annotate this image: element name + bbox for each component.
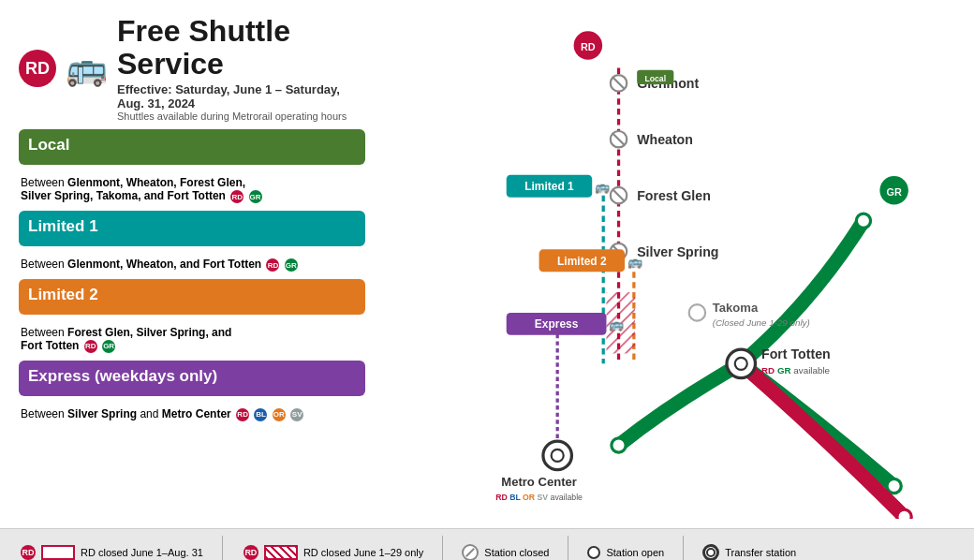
svg-point-8 — [887, 479, 901, 493]
limited1-badge-rd: RD — [266, 258, 279, 272]
svg-text:Express: Express — [535, 317, 579, 331]
legend-label-3: Station closed — [484, 547, 549, 558]
content-area: RD 🚌 Free Shuttle Service Effective: Sat… — [0, 0, 974, 528]
rd-badge: RD — [19, 50, 56, 87]
svg-text:(Closed June 1-29 only): (Closed June 1-29 only) — [713, 317, 810, 328]
service-card-express: Express (weekdays only) — [19, 361, 365, 396]
svg-text:🚌: 🚌 — [627, 254, 643, 270]
svg-point-9 — [612, 438, 626, 452]
main-container: RD 🚌 Free Shuttle Service Effective: Sat… — [0, 0, 974, 560]
legend-label-4: Station open — [606, 547, 664, 558]
svg-point-45 — [552, 449, 564, 462]
svg-point-28 — [689, 304, 705, 320]
service-card-limited2: Limited 2 — [19, 279, 365, 315]
legend-divider-2 — [442, 536, 443, 560]
local-badge-gr: GR — [249, 190, 262, 203]
svg-point-32 — [735, 358, 747, 370]
legend-label-1: RD closed June 1–Aug. 31 — [81, 547, 203, 558]
legend-item-closed-june29: RD RD closed June 1–29 only — [242, 545, 423, 560]
legend-rd-badge-1: RD — [21, 545, 36, 560]
svg-text:Metro Center: Metro Center — [501, 475, 577, 489]
main-title: Free Shuttle Service — [117, 15, 365, 81]
legend-item-station-open: Station open — [587, 546, 664, 559]
svg-text:Fort Totten: Fort Totten — [761, 346, 831, 361]
legend-item-station-closed: Station closed — [462, 544, 549, 560]
svg-text:RD: RD — [581, 41, 596, 52]
legend-box-hatch — [264, 545, 298, 560]
limited2-desc: Between Forest Glen, Silver Spring, andF… — [19, 322, 365, 361]
bus-icon: 🚌 — [66, 49, 108, 88]
express-title: Express (weekdays only) — [28, 367, 356, 386]
service-card-local: Local — [19, 129, 365, 165]
legend-label-2: RD closed June 1–29 only — [303, 547, 423, 558]
legend-item-transfer: Transfer station — [702, 544, 796, 560]
sub-subtitle: Shuttles available during Metrorail oper… — [117, 111, 365, 122]
svg-text:Takoma: Takoma — [713, 301, 759, 315]
svg-text:🚌: 🚌 — [609, 317, 625, 332]
svg-point-10 — [897, 509, 911, 519]
left-panel: RD 🚌 Free Shuttle Service Effective: Sat… — [19, 15, 384, 519]
local-title: Local — [28, 136, 356, 155]
legend-transfer-icon — [702, 544, 719, 560]
limited2-badge-rd: RD — [84, 340, 97, 353]
express-desc: Between Silver Spring and Metro Center R… — [19, 404, 365, 429]
legend-divider-4 — [683, 536, 684, 560]
map-svg: RD GR — [384, 15, 955, 519]
svg-point-5 — [856, 214, 870, 228]
svg-text:Limited 1: Limited 1 — [524, 180, 574, 193]
header: RD 🚌 Free Shuttle Service Effective: Sat… — [19, 15, 365, 122]
legend-rd-badge-2: RD — [244, 545, 258, 560]
express-badge-rd: RD — [236, 408, 249, 421]
legend-station-closed-icon — [462, 544, 479, 560]
limited2-badge-gr: GR — [102, 340, 115, 353]
legend-divider-1 — [222, 536, 223, 560]
svg-text:🚌: 🚌 — [595, 179, 611, 195]
legend-divider-3 — [568, 536, 568, 560]
limited1-desc: Between Glenmont, Wheaton, and Fort Tott… — [19, 254, 365, 279]
local-badge-rd: RD — [230, 190, 244, 203]
svg-text:Limited 2: Limited 2 — [557, 255, 607, 268]
legend-item-closed-aug31: RD RD closed June 1–Aug. 31 — [19, 545, 203, 560]
svg-text:RD
             
            G: RD GR available — [761, 365, 831, 376]
express-badge-or: OR — [273, 408, 286, 421]
svg-text:Forest Glen: Forest Glen — [637, 188, 711, 203]
limited1-title: Limited 1 — [28, 217, 356, 236]
svg-text:Wheaton: Wheaton — [637, 132, 693, 147]
express-badge-bl: BL — [254, 408, 267, 421]
svg-text:GR: GR — [886, 186, 901, 198]
legend-station-open-icon — [587, 546, 600, 559]
right-panel: RD GR — [384, 15, 955, 519]
svg-text:Silver Spring: Silver Spring — [637, 244, 718, 259]
svg-text:Local: Local — [644, 74, 666, 83]
legend-bar: RD RD closed June 1–Aug. 31 RD RD closed… — [0, 528, 974, 560]
subtitle: Effective: Saturday, June 1 – Saturday, … — [117, 82, 365, 111]
local-desc: Between Glenmont, Wheaton, Forest Glen,S… — [19, 172, 365, 211]
legend-box-solid — [41, 545, 75, 560]
svg-text:RD 
          BL 
          OR: RD BL OR SV available — [495, 493, 583, 502]
legend-label-5: Transfer station — [725, 547, 796, 558]
service-card-limited1: Limited 1 — [19, 211, 365, 246]
title-block: Free Shuttle Service Effective: Saturday… — [117, 15, 365, 122]
express-badge-sv: SV — [290, 408, 303, 421]
limited2-title: Limited 2 — [28, 286, 356, 304]
limited1-badge-gr: GR — [285, 258, 298, 272]
